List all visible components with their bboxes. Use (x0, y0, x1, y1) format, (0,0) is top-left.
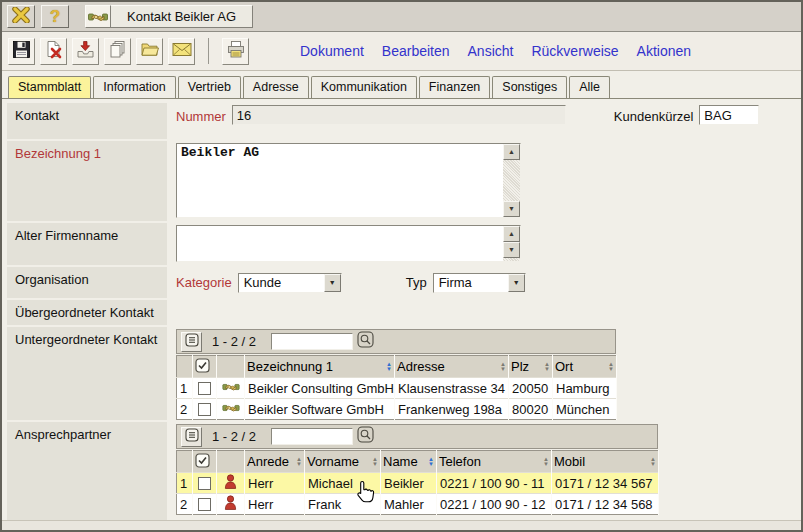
mobil-cell: 0171 / 12 34 567 (552, 473, 659, 494)
row-label-untergeordneter-kontakt: Untergeordneter Kontakt (7, 327, 167, 420)
pagination-label: 1 - 2 / 2 (212, 429, 256, 444)
row-checkbox[interactable] (193, 494, 217, 515)
sort-icon: ▲▼ (372, 457, 378, 467)
table-row-highlighted[interactable]: 1 Herr Michael Beikler 0221 / 100 90 - 1… (177, 473, 659, 494)
kundenkuerzel-label: Kundenkürzel (614, 109, 694, 124)
adresse-cell: Klausenstrasse 34 (395, 378, 509, 399)
header-telefon[interactable]: Telefon▲▼ (437, 451, 552, 473)
copy-button[interactable] (104, 38, 131, 65)
titlebar: ? Kontakt Beikler AG (2, 2, 801, 32)
mobil-cell: 0171 / 12 34 568 (552, 494, 659, 515)
select-all-button[interactable] (193, 356, 217, 378)
tab-information[interactable]: Information (93, 76, 176, 98)
close-button[interactable] (7, 5, 35, 28)
table-row[interactable]: 2 Beikler Software GmbH Frankenweg 198a … (177, 399, 617, 420)
rownum-cell: 2 (177, 399, 193, 420)
typ-select[interactable]: Firma ▼ (433, 273, 526, 293)
chevron-down-icon[interactable]: ▼ (508, 274, 525, 292)
tab-vertrieb[interactable]: Vertrieb (178, 76, 241, 98)
select-all-button[interactable] (193, 451, 217, 473)
header-mobil[interactable]: Mobil▲▼ (552, 451, 659, 473)
person-icon (217, 473, 245, 494)
scroll-down-icon[interactable]: ▼ (503, 201, 520, 217)
document-tab[interactable]: Kontakt Beikler AG (85, 5, 253, 28)
save-button[interactable] (8, 38, 35, 65)
tab-adresse[interactable]: Adresse (243, 76, 309, 98)
kundenkuerzel-field[interactable] (699, 105, 759, 125)
bezeichnung-scrollbar[interactable]: ▲ ▼ (503, 144, 520, 217)
delete-button[interactable] (40, 38, 67, 65)
email-button[interactable] (168, 38, 195, 65)
email-icon (172, 42, 192, 61)
header-vorname[interactable]: Vorname▲▼ (305, 451, 381, 473)
scroll-up-icon[interactable]: ▲ (503, 144, 520, 160)
row-organisation: Organisation Kategorie Kunde ▼ Typ Firma… (7, 267, 796, 298)
row-checkbox[interactable] (193, 399, 217, 420)
scroll-up-icon[interactable]: ▲ (503, 226, 520, 242)
name-cell[interactable]: Beikler (381, 473, 437, 494)
import-icon (76, 40, 95, 63)
bezeichnung-cell[interactable]: Beikler Software GmbH (245, 399, 395, 420)
alter-firmenname-textarea[interactable]: ▲ ▼ (176, 225, 521, 262)
tab-sonstiges[interactable]: Sonstiges (492, 76, 567, 98)
row-checkbox[interactable] (193, 378, 217, 399)
grid-search-input[interactable] (271, 333, 353, 350)
header-adresse[interactable]: Adresse▲▼ (395, 356, 509, 378)
grid-menu-button[interactable] (181, 427, 202, 447)
table-row[interactable]: 2 Herr Frank Mahler 0221 / 100 90 - 12 0… (177, 494, 659, 515)
row-label-bezeichnung: Bezeichnung 1 (7, 141, 167, 221)
close-icon (12, 7, 30, 27)
menu-rueckverweise[interactable]: Rückverweise (531, 43, 618, 59)
name-cell[interactable]: Mahler (381, 494, 437, 515)
header-ort[interactable]: Ort▲▼ (553, 356, 617, 378)
header-anrede[interactable]: Anrede▲▼ (245, 451, 305, 473)
header-icon-col (217, 356, 245, 378)
row-alter-firmenname: Alter Firmenname ▲ ▼ (7, 223, 796, 265)
grid-menu-icon (185, 333, 199, 351)
print-icon (226, 40, 246, 63)
header-plz[interactable]: Plz▲▼ (509, 356, 553, 378)
print-button[interactable] (222, 38, 249, 65)
person-icon (217, 494, 245, 515)
row-ansprechpartner: Ansprechpartner (7, 422, 796, 520)
grid-search-button[interactable] (355, 427, 376, 447)
grid-menu-button[interactable] (181, 332, 202, 352)
rownum-cell: 1 (177, 378, 193, 399)
typ-value: Firma (434, 274, 508, 292)
chevron-down-icon[interactable]: ▼ (324, 274, 341, 292)
menu-aktionen[interactable]: Aktionen (637, 43, 691, 59)
tab-stammblatt[interactable]: Stammblatt (8, 76, 91, 98)
help-button[interactable]: ? (41, 5, 69, 28)
form-content: Kontakt Nummer Kundenkürzel Bezeichnung … (2, 99, 801, 520)
row-label-ansprechpartner: Ansprechpartner (7, 422, 167, 520)
import-button[interactable] (72, 38, 99, 65)
nummer-field[interactable] (232, 105, 566, 125)
menu-ansicht[interactable]: Ansicht (468, 43, 514, 59)
table-row[interactable]: 1 Beikler Consulting GmbH Klausenstrasse… (177, 378, 617, 399)
kategorie-select[interactable]: Kunde ▼ (238, 273, 342, 293)
menu-dokument[interactable]: Dokument (300, 43, 364, 59)
grid-menu-icon (185, 428, 199, 446)
app-window: ? Kontakt Beikler AG (0, 0, 803, 532)
ansprechpartner-grid: 1 - 2 / 2 (176, 424, 658, 515)
adresse-cell: Frankenweg 198a (395, 399, 509, 420)
kategorie-label: Kategorie (176, 275, 232, 290)
bezeichnung-cell[interactable]: Beikler Consulting GmbH (245, 378, 395, 399)
tab-alle[interactable]: Alle (569, 76, 610, 98)
header-icon-col (217, 451, 245, 473)
ansprechpartner-table: Anrede▲▼ Vorname▲▼ Name▲▼ Telefon▲▼ Mobi… (176, 450, 659, 515)
scroll-down-icon[interactable]: ▼ (503, 242, 520, 258)
row-untergeordneter-kontakt: Untergeordneter Kontakt (7, 327, 796, 420)
bezeichnung-textarea[interactable]: Beikler AG ▲ ▼ (176, 143, 521, 218)
row-checkbox[interactable] (193, 473, 217, 494)
open-folder-button[interactable] (136, 38, 163, 65)
grid-search-button[interactable] (355, 332, 376, 352)
contact-icon (217, 399, 245, 420)
header-name[interactable]: Name▲▼ (381, 451, 437, 473)
tab-finanzen[interactable]: Finanzen (419, 76, 490, 98)
menu-bearbeiten[interactable]: Bearbeiten (382, 43, 450, 59)
grid-search-input[interactable] (271, 428, 353, 445)
tab-kommunikation[interactable]: Kommunikation (311, 76, 417, 98)
alter-firmenname-scrollbar[interactable]: ▲ ▼ (503, 226, 520, 261)
header-bezeichnung1[interactable]: Bezeichnung 1▲▼ (245, 356, 395, 378)
